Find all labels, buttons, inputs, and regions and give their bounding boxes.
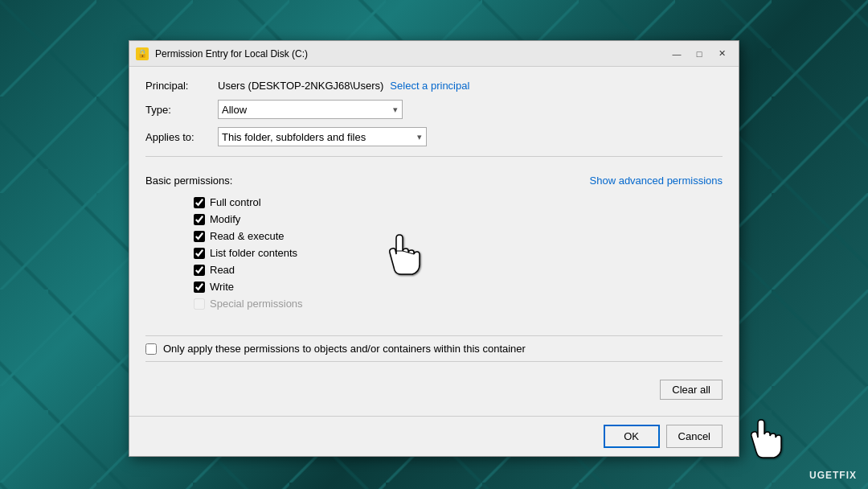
read-execute-checkbox[interactable] xyxy=(194,231,205,242)
permission-label: List folder contents xyxy=(210,247,297,259)
minimize-button[interactable]: — xyxy=(666,46,687,62)
show-advanced-link[interactable]: Show advanced permissions xyxy=(590,175,723,187)
list-item: Full control xyxy=(194,196,723,208)
title-bar: 🔒 Permission Entry for Local Disk (C:) —… xyxy=(129,41,739,67)
permission-label: Read & execute xyxy=(210,230,285,242)
permission-label: Full control xyxy=(210,196,261,208)
maximize-button[interactable]: □ xyxy=(689,46,710,62)
close-button[interactable]: ✕ xyxy=(711,46,732,62)
write-checkbox[interactable] xyxy=(194,281,205,293)
permission-label: Read xyxy=(210,264,235,276)
full-control-checkbox[interactable] xyxy=(194,197,205,208)
type-select-wrapper: Allow Deny xyxy=(218,100,403,119)
applies-to-select-wrapper: This folder, subfolders and files This f… xyxy=(218,127,427,146)
dialog-footer: OK Cancel xyxy=(129,416,739,456)
modify-checkbox[interactable] xyxy=(194,214,205,225)
list-item: List folder contents xyxy=(194,247,723,259)
read-checkbox[interactable] xyxy=(194,265,205,276)
list-item: Read & execute xyxy=(194,230,723,242)
type-select[interactable]: Allow Deny xyxy=(218,100,403,119)
watermark-logo: UGETFIX xyxy=(809,470,857,481)
type-row: Type: Allow Deny xyxy=(145,100,723,119)
clear-all-button[interactable]: Clear all xyxy=(660,380,723,400)
type-label: Type: xyxy=(145,104,218,116)
list-item: Read xyxy=(194,264,723,276)
list-folder-checkbox[interactable] xyxy=(194,248,205,259)
permissions-list: Full control Modify Read & execute List … xyxy=(194,196,723,310)
permission-label: Special permissions xyxy=(210,298,303,310)
apply-objects-checkbox[interactable] xyxy=(145,343,157,355)
dialog-title: Permission Entry for Local Disk (C:) xyxy=(155,48,666,60)
special-permissions-checkbox xyxy=(194,298,205,310)
permissions-section-label: Basic permissions: xyxy=(145,175,232,187)
apply-objects-row: Only apply these permissions to objects … xyxy=(145,335,723,362)
list-item: Special permissions xyxy=(194,298,723,310)
select-principal-link[interactable]: Select a principal xyxy=(390,80,469,92)
dialog-content: Principal: Users (DESKTOP-2NKGJ68\Users)… xyxy=(129,67,739,416)
permissions-section: Basic permissions: Show advanced permiss… xyxy=(145,166,723,323)
divider xyxy=(145,156,723,157)
principal-label: Principal: xyxy=(145,80,218,92)
cancel-button[interactable]: Cancel xyxy=(666,425,723,448)
applies-to-select[interactable]: This folder, subfolders and files This f… xyxy=(218,127,427,146)
permissions-header: Basic permissions: Show advanced permiss… xyxy=(145,175,723,187)
ok-button[interactable]: OK xyxy=(604,425,660,448)
principal-value: Users (DESKTOP-2NKGJ68\Users) xyxy=(218,80,383,92)
apply-objects-label: Only apply these permissions to objects … xyxy=(163,343,526,355)
applies-to-label: Applies to: xyxy=(145,131,218,143)
principal-row: Principal: Users (DESKTOP-2NKGJ68\Users)… xyxy=(145,80,723,92)
permission-label: Write xyxy=(210,281,234,293)
applies-to-row: Applies to: This folder, subfolders and … xyxy=(145,127,723,146)
buttons-row: Clear all xyxy=(145,373,723,403)
permission-entry-dialog: 🔒 Permission Entry for Local Disk (C:) —… xyxy=(129,40,739,457)
dialog-icon: 🔒 xyxy=(136,47,149,60)
window-controls: — □ ✕ xyxy=(666,46,732,62)
list-item: Modify xyxy=(194,213,723,225)
permission-label: Modify xyxy=(210,213,240,225)
list-item: Write xyxy=(194,281,723,293)
